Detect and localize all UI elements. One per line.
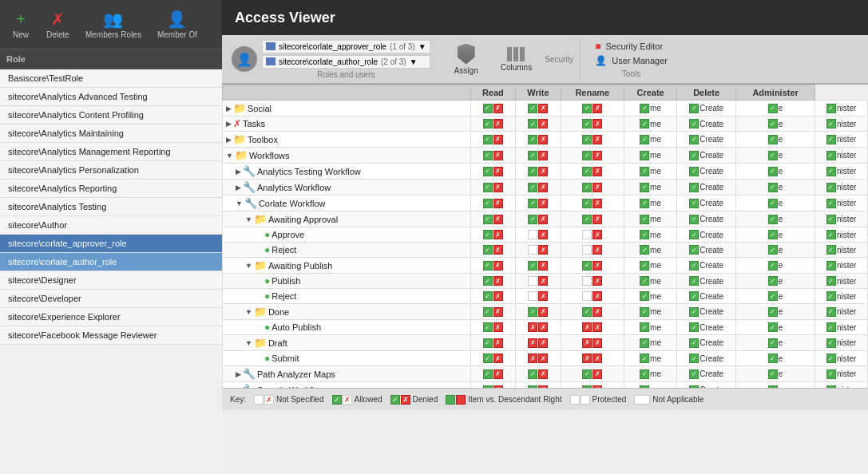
tree-toggle[interactable]: ▶	[226, 120, 232, 128]
perm-cell-0: ✓✗	[470, 258, 515, 274]
item-name: Reject	[271, 291, 296, 301]
col-read: Read	[470, 85, 515, 101]
tree-toggle[interactable]: ▼	[245, 215, 252, 223]
member-of-label: Member Of	[157, 30, 197, 39]
allowed-label: Allowed	[355, 395, 382, 404]
tree-toggle[interactable]: ▼	[245, 308, 252, 316]
user-manager-label: User Manager	[612, 56, 668, 65]
columns-button[interactable]: Columns	[491, 44, 541, 75]
key-item-vs-desc: Item vs. Descendant Right	[446, 395, 561, 405]
perm-cell-6: ✓nister	[815, 148, 868, 164]
row-name-cell: ▼📁Awaiting Publish	[223, 258, 471, 274]
sidebar-item-experience_explorer[interactable]: sitecore\Experience Explorer	[0, 308, 222, 326]
perm-cell-2: ✓✗	[561, 211, 624, 227]
table-row: ●Submit ✓✗ ✗✗ ✗✗ ✓me ✓Create ✓e ✓nister	[223, 351, 868, 366]
sidebar-item-analytics_personalization[interactable]: sitecore\Analytics Personalization	[0, 161, 222, 180]
delete-label: Delete	[46, 30, 69, 39]
perm-cell-5: ✓e	[735, 148, 815, 164]
row-name-cell: ●Reject	[223, 289, 471, 304]
perm-cell-1: ✓✗	[516, 366, 561, 382]
tree-toggle[interactable]: ▼	[236, 199, 243, 207]
account-icon: 👤	[232, 46, 257, 72]
row-name-cell: ▶🔧Sample Workflow	[223, 382, 471, 389]
role-row-1[interactable]: sitecore\corlate_approver_role (1 of 3) …	[262, 40, 430, 53]
sidebar-item-basiscore[interactable]: Basiscore\TestRole	[0, 69, 222, 88]
perm-cell-3: ✓me	[624, 164, 677, 180]
table-row: ●Auto Publish ✓✗ ✗✗ ✗✗ ✓me ✓Create ✓e ✓n…	[223, 320, 868, 335]
table-row: ▶🔧Path Analyzer Maps ✓✗ ✓✗ ✓✗ ✓me ✓Creat…	[223, 366, 868, 382]
member-of-button[interactable]: 👤 Member Of	[151, 6, 204, 42]
tree-toggle[interactable]: ▶	[236, 184, 241, 192]
role2-nav-btn[interactable]: ▼	[410, 57, 418, 66]
perm-cell-0: ✓✗	[470, 117, 515, 132]
row-name-cell: ●Publish	[223, 274, 471, 289]
perm-cell-1: ✓✗	[516, 382, 561, 389]
sidebar-item-author[interactable]: sitecore\Author	[0, 216, 222, 235]
new-button[interactable]: + New	[5, 6, 37, 42]
row-name-cell: ▶📁Social	[223, 101, 471, 117]
sidebar-item-analytics_management[interactable]: sitecore\Analytics Management Reporting	[0, 143, 222, 161]
account-section: 👤 sitecore\corlate_approver_role (1 of 3…	[225, 38, 437, 80]
members-roles-button[interactable]: 👥 Members Roles	[79, 6, 148, 42]
tree-toggle[interactable]: ▼	[245, 339, 252, 347]
perm-cell-1: ✓✗	[516, 164, 561, 180]
delete-button[interactable]: ✗ Delete	[40, 6, 76, 42]
assign-button[interactable]: Assign	[445, 41, 488, 78]
sidebar-item-designer[interactable]: sitecore\Designer	[0, 271, 222, 290]
tree-toggle[interactable]: ▼	[226, 152, 233, 160]
key-bar: Key: ✗ Not Specified ✓✗ Allowed ✓✗ Denie…	[222, 388, 868, 410]
perm-cell-5: ✓e	[735, 164, 815, 180]
perm-cell-1: ✗✗	[516, 351, 561, 366]
table-scroll-area[interactable]: Read Write Rename Create Delete Administ…	[222, 85, 868, 388]
role-row-2[interactable]: sitecore\corlate_author_role (2 of 3) ▼	[262, 55, 430, 69]
tools-group: ■ Security Editor 👤 User Manager Tools	[582, 38, 680, 80]
perm-cell-1: ✗✗	[516, 335, 561, 351]
perm-cell-0: ✓✗	[470, 289, 515, 304]
new-icon: +	[11, 10, 30, 29]
perm-cell-4: ✓Create	[677, 320, 735, 335]
perm-cell-0: ✓✗	[470, 351, 515, 366]
sidebar-item-analytics_advanced[interactable]: sitecore\Analytics Advanced Testing	[0, 88, 222, 106]
perm-cell-1: ✗	[516, 274, 561, 289]
item-name: Publish	[271, 276, 300, 286]
tree-toggle[interactable]: ▶	[236, 370, 241, 378]
protected-label: Protected	[593, 395, 627, 404]
row-name-cell: ▼📁Draft	[223, 335, 471, 351]
perm-cell-3: ✓me	[624, 196, 677, 211]
perm-cell-6: ✓nister	[815, 180, 868, 196]
perm-cell-0: ✓✗	[470, 243, 515, 258]
perm-cell-6: ✓nister	[815, 101, 868, 117]
sidebar-item-corlate_author[interactable]: sitecore\corlate_author_role	[0, 253, 222, 271]
item-name: Tasks	[243, 119, 265, 128]
tree-toggle[interactable]: ▶	[236, 168, 241, 176]
perm-cell-5: ✓e	[735, 304, 815, 320]
tools-label: Tools	[595, 69, 668, 78]
user-manager-button[interactable]: 👤 User Manager	[595, 55, 668, 66]
item-name: Social	[248, 104, 271, 113]
perm-cell-3: ✓me	[624, 132, 677, 148]
perm-cell-4: ✓Create	[677, 382, 735, 389]
tree-toggle[interactable]: ▶	[226, 136, 232, 144]
security-editor-button[interactable]: ■ Security Editor	[595, 41, 668, 52]
perm-cell-4: ✓Create	[677, 180, 735, 196]
sidebar-item-facebook_reviewer[interactable]: sitecore\Facebook Message Reviewer	[0, 326, 222, 345]
new-label: New	[13, 30, 29, 39]
sidebar-item-analytics_content[interactable]: sitecore\Analytics Content Profiling	[0, 106, 222, 124]
perm-cell-3: ✓me	[624, 382, 677, 389]
sidebar-item-analytics_testing[interactable]: sitecore\Analytics Testing	[0, 198, 222, 216]
sidebar-item-corlate_approver[interactable]: sitecore\corlate_approver_role	[0, 235, 222, 253]
item-name: Toolbox	[248, 135, 278, 144]
perm-cell-2: ✓✗	[561, 258, 624, 274]
perm-cell-3: ✓me	[624, 366, 677, 382]
perm-cell-1: ✗	[516, 227, 561, 243]
role1-nav-btn[interactable]: ▼	[418, 42, 426, 51]
col-administer: Administer	[735, 85, 815, 101]
sidebar-item-analytics_maintaining[interactable]: sitecore\Analytics Maintaining	[0, 124, 222, 143]
tree-toggle[interactable]: ▼	[245, 262, 252, 270]
table-row: ▼📁Awaiting Publish ✓✗ ✓✗ ✓✗ ✓me ✓Create …	[223, 258, 868, 274]
sidebar-item-developer[interactable]: sitecore\Developer	[0, 290, 222, 308]
sidebar-item-analytics_reporting[interactable]: sitecore\Analytics Reporting	[0, 180, 222, 198]
perm-cell-4: ✓Create	[677, 164, 735, 180]
tree-toggle[interactable]: ▶	[226, 105, 232, 113]
perm-cell-1: ✗✗	[516, 320, 561, 335]
